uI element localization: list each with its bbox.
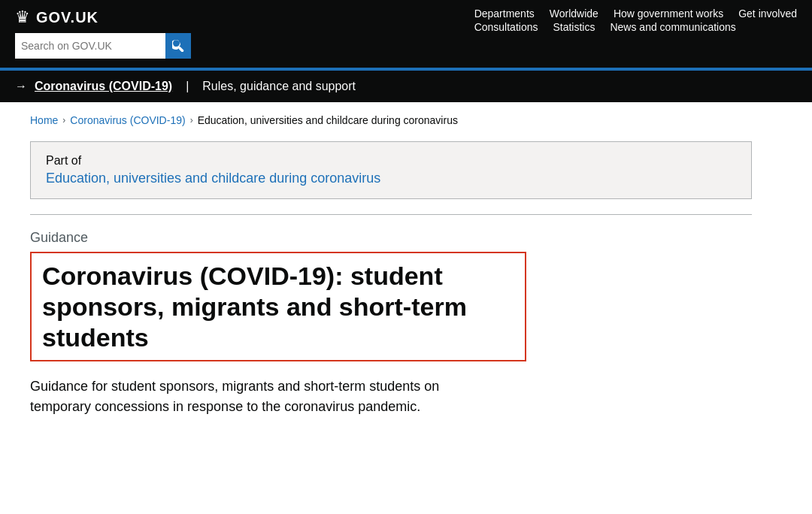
main-nav: Departments Worldwide How government wor… bbox=[474, 8, 797, 33]
banner-separator: | bbox=[186, 80, 189, 93]
nav-how-gov-works[interactable]: How government works bbox=[614, 8, 723, 20]
nav-departments[interactable]: Departments bbox=[474, 8, 535, 20]
part-of-label: Part of bbox=[46, 154, 736, 168]
site-logo[interactable]: GOV.UK bbox=[36, 9, 98, 26]
nav-get-involved[interactable]: Get involved bbox=[738, 8, 797, 20]
search-button[interactable] bbox=[165, 33, 191, 59]
main-content: Home › Coronavirus (COVID-19) › Educatio… bbox=[15, 102, 797, 417]
nav-worldwide[interactable]: Worldwide bbox=[550, 8, 598, 20]
part-of-divider bbox=[30, 214, 752, 215]
guidance-label: Guidance bbox=[30, 230, 782, 246]
part-of-box: Part of Education, universities and chil… bbox=[30, 141, 752, 199]
search-input[interactable] bbox=[15, 33, 165, 59]
breadcrumb: Home › Coronavirus (COVID-19) › Educatio… bbox=[30, 102, 782, 134]
chevron-icon-2: › bbox=[190, 115, 193, 125]
nav-consultations[interactable]: Consultations bbox=[474, 21, 538, 33]
breadcrumb-current: Education, universities and childcare du… bbox=[198, 114, 458, 126]
part-of-link[interactable]: Education, universities and childcare du… bbox=[46, 171, 380, 186]
chevron-icon-1: › bbox=[62, 115, 65, 125]
breadcrumb-covid[interactable]: Coronavirus (COVID-19) bbox=[70, 114, 185, 126]
arrow-icon: → bbox=[15, 80, 27, 93]
page-title: Coronavirus (COVID-19): student sponsors… bbox=[42, 261, 514, 352]
nav-news[interactable]: News and communications bbox=[610, 21, 735, 33]
banner-rules-text: Rules, guidance and support bbox=[202, 80, 356, 93]
nav-row-1: Departments Worldwide How government wor… bbox=[474, 8, 797, 20]
page-description: Guidance for student sponsors, migrants … bbox=[30, 376, 496, 417]
nav-row-2: Consultations Statistics News and commun… bbox=[474, 21, 797, 33]
crown-icon: ♛ bbox=[15, 8, 30, 27]
search-form bbox=[15, 33, 191, 59]
covid-link[interactable]: Coronavirus (COVID-19) bbox=[35, 80, 172, 93]
page-title-box: Coronavirus (COVID-19): student sponsors… bbox=[30, 252, 526, 361]
breadcrumb-home[interactable]: Home bbox=[30, 114, 58, 126]
covid-banner: → Coronavirus (COVID-19) | Rules, guidan… bbox=[0, 71, 812, 102]
site-header: ♛ GOV.UK Departments Worldwide How gover… bbox=[0, 0, 812, 68]
nav-statistics[interactable]: Statistics bbox=[553, 21, 595, 33]
